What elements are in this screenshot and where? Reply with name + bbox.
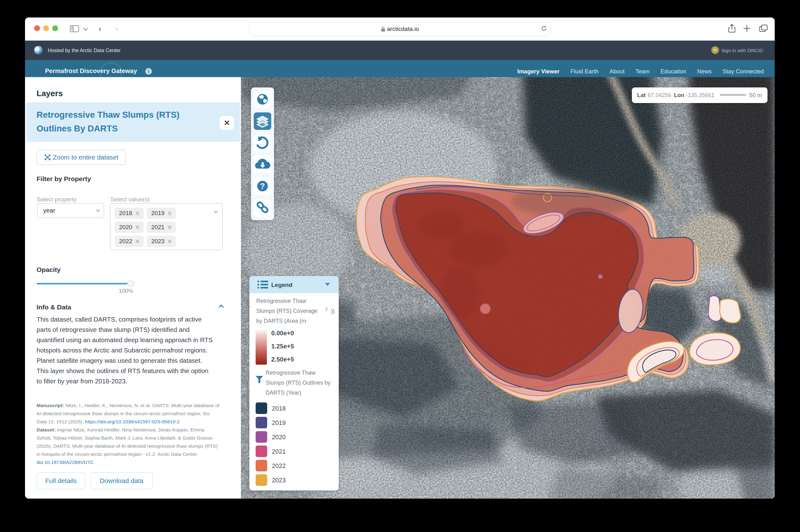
svg-text:Lon: Lon	[674, 92, 684, 98]
svg-text:2023: 2023	[272, 477, 286, 483]
svg-text:50 m: 50 m	[749, 92, 762, 98]
svg-text:Slumps (RTS) Outlines by: Slumps (RTS) Outlines by	[266, 380, 331, 386]
svg-text:2019: 2019	[272, 419, 286, 426]
svg-text:)): ))	[331, 308, 335, 314]
svg-text:2021: 2021	[272, 448, 286, 455]
svg-text:67.04256: 67.04256	[648, 92, 671, 98]
svg-text:Legend: Legend	[271, 282, 292, 288]
svg-text:0.00e+0: 0.00e+0	[271, 330, 294, 337]
svg-text:Slumps (RTS) Coverage: Slumps (RTS) Coverage	[256, 308, 317, 314]
svg-text:Lat: Lat	[637, 92, 646, 98]
svg-text:-135.35661: -135.35661	[686, 92, 714, 98]
svg-text:Retrogressive Thaw: Retrogressive Thaw	[266, 370, 316, 376]
svg-text:Retrogressive Thaw: Retrogressive Thaw	[256, 298, 307, 304]
svg-text:1.25e+5: 1.25e+5	[271, 343, 294, 350]
svg-text:2: 2	[325, 307, 327, 311]
svg-text:2018: 2018	[272, 405, 286, 412]
svg-text:2.50e+5: 2.50e+5	[271, 356, 294, 363]
svg-text:2022: 2022	[272, 462, 286, 469]
svg-text:2020: 2020	[272, 434, 286, 440]
svg-text:DARTS (Year): DARTS (Year)	[266, 390, 301, 396]
svg-text:by DARTS (Area (m: by DARTS (Area (m	[256, 318, 306, 324]
svg-text:?: ?	[260, 182, 265, 191]
